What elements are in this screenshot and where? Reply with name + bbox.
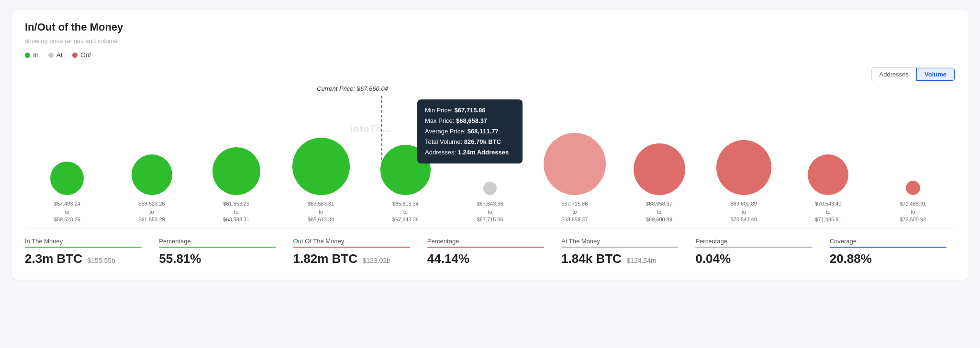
stat-at-value: 1.84k BTC	[561, 251, 622, 266]
bubble-6	[483, 182, 497, 195]
xaxis-4: $63,583.31 to $65,613.34	[278, 200, 363, 224]
tooltip-avg-label: Average Price:	[425, 128, 466, 135]
stat-out-underline	[293, 247, 410, 248]
tooltip-avg-value: $68,111.77	[468, 128, 499, 135]
addresses-toggle-button[interactable]: Addresses	[872, 68, 916, 81]
legend-in: In	[25, 51, 39, 59]
legend-dot-at	[48, 53, 54, 58]
bubble-9	[716, 140, 771, 195]
stat-out-pct: Percentage 44.14%	[419, 238, 553, 266]
stat-in-the-money: In The Money 2.3m BTC $155.55b	[25, 238, 150, 266]
stat-out-sub: $123.02b	[362, 257, 390, 264]
stat-in-pct-label: Percentage	[159, 238, 276, 245]
chart-area: Current Price: $67,660.04 intoTh...	[25, 85, 955, 195]
xaxis-9: $69,600.89 to $70,543.40	[702, 200, 786, 224]
legend-dot-out	[72, 53, 78, 58]
stat-coverage-label: Coverage	[830, 238, 947, 245]
tooltip-max-value: $68,658.37	[456, 117, 487, 124]
stat-in-value-row: 2.3m BTC $155.55b	[25, 251, 142, 266]
bubble-8	[634, 143, 685, 195]
stat-in-sub: $155.55b	[87, 257, 115, 264]
bubble-col-10	[786, 109, 871, 195]
stat-at-value-row: 1.84k BTC $124.54m	[561, 251, 678, 266]
xaxis-row: $57,493.24 to $59,523.26 $59,523.26 to $…	[25, 200, 955, 224]
stat-coverage: Coverage 20.88%	[821, 238, 955, 266]
bubble-7	[544, 133, 606, 195]
stat-in-pct: Percentage 55.81%	[150, 238, 284, 266]
legend-out: Out	[72, 51, 91, 59]
legend-label-out: Out	[80, 51, 91, 59]
tooltip-avg: Average Price: $68,111.77	[425, 126, 515, 137]
tooltip-min-label: Min Price:	[425, 107, 453, 114]
bubble-10	[808, 154, 848, 195]
toggle-row: Addresses Volume	[25, 67, 955, 81]
stat-coverage-underline	[830, 247, 947, 248]
current-price-label: Current Price: $67,660.04	[317, 85, 388, 92]
bubble-col-7	[532, 109, 617, 195]
toggle-group: Addresses Volume	[871, 67, 955, 81]
bubble-col-8	[617, 109, 702, 195]
main-card: In/Out of the Money showing price ranges…	[11, 10, 969, 280]
stat-at-sub: $124.54m	[626, 257, 656, 264]
stat-in-label: In The Money	[25, 238, 142, 245]
stat-in-underline	[25, 247, 142, 248]
xaxis-1: $57,493.24 to $59,523.26	[25, 200, 110, 224]
stat-at-pct-underline	[695, 247, 812, 248]
bubble-col-2	[110, 109, 194, 195]
legend-dot-in	[25, 53, 30, 58]
stat-at-pct-label: Percentage	[695, 238, 812, 245]
bubble-col-4	[278, 109, 363, 195]
xaxis-5: $65,613.34 to $67,643.36	[363, 200, 448, 224]
tooltip-max-label: Max Price:	[425, 117, 454, 124]
tooltip-addresses-label: Addresses:	[425, 149, 456, 156]
stat-at-label: At The Money	[561, 238, 678, 245]
stat-at-underline	[561, 247, 678, 248]
stat-in-pct-value: 55.81%	[159, 251, 201, 266]
tooltip-volume: Total Volume: 826.79k BTC	[425, 137, 515, 147]
stat-out-value: 1.82m BTC	[293, 251, 357, 266]
stat-in-pct-underline	[159, 247, 276, 248]
tooltip-max: Max Price: $68,658.37	[425, 116, 515, 126]
tooltip-addresses: Addresses: 1.24m Addresses	[425, 147, 515, 158]
legend-label-in: In	[33, 51, 39, 59]
page-title: In/Out of the Money	[25, 21, 955, 33]
xaxis-3: $61,553.29 to $63,583.31	[194, 200, 278, 224]
volume-toggle-button[interactable]: Volume	[916, 68, 955, 81]
bubble-col-1	[25, 109, 110, 195]
bubble-col-9	[702, 109, 786, 195]
legend: In At Out	[25, 51, 955, 59]
bubble-col-3	[194, 109, 278, 195]
stat-coverage-value: 20.88%	[830, 251, 872, 266]
stat-in-value: 2.3m BTC	[25, 251, 82, 266]
stat-at-money: At The Money 1.84k BTC $124.54m	[553, 238, 687, 266]
bubble-4	[292, 138, 350, 195]
tooltip-volume-value: 826.79k BTC	[464, 138, 501, 145]
bubble-11	[906, 181, 920, 195]
stats-row: In The Money 2.3m BTC $155.55b Percentag…	[25, 228, 955, 266]
stat-out-pct-label: Percentage	[427, 238, 544, 245]
xaxis-2: $59,523.26 to $61,553.29	[110, 200, 194, 224]
legend-label-at: At	[56, 51, 63, 59]
stat-out-pct-underline	[427, 247, 544, 248]
tooltip-addresses-value: 1.24m Addresses	[458, 149, 509, 156]
stat-out-value-row: 1.82m BTC $123.02b	[293, 251, 410, 266]
xaxis-7: $67,715.86 to $68,658.37	[532, 200, 617, 224]
tooltip-box: Min Price: $67,715.86 Max Price: $68,658…	[417, 99, 523, 163]
stat-at-pct-value: 0.04%	[695, 251, 731, 266]
xaxis-10: $70,543.40 to $71,485.91	[786, 200, 871, 224]
bubble-col-11	[870, 109, 955, 195]
bubble-2	[132, 154, 172, 195]
subtitle: showing price ranges and volume	[25, 37, 955, 44]
stat-at-pct: Percentage 0.04%	[687, 238, 821, 266]
tooltip-min-value: $67,715.86	[454, 107, 485, 114]
xaxis-8: $68,658.37 to $69,600.89	[617, 200, 702, 224]
stat-out-label: Out Of The Money	[293, 238, 410, 245]
tooltip-volume-label: Total Volume:	[425, 138, 462, 145]
xaxis-11: $71,485.91 to $72,500.92	[870, 200, 955, 224]
legend-at: At	[48, 51, 63, 59]
bubble-1	[50, 162, 84, 195]
stat-out-of-money: Out Of The Money 1.82m BTC $123.02b	[285, 238, 419, 266]
stat-out-pct-value: 44.14%	[427, 251, 469, 266]
tooltip-min: Min Price: $67,715.86	[425, 105, 515, 116]
bubble-3	[212, 147, 260, 195]
